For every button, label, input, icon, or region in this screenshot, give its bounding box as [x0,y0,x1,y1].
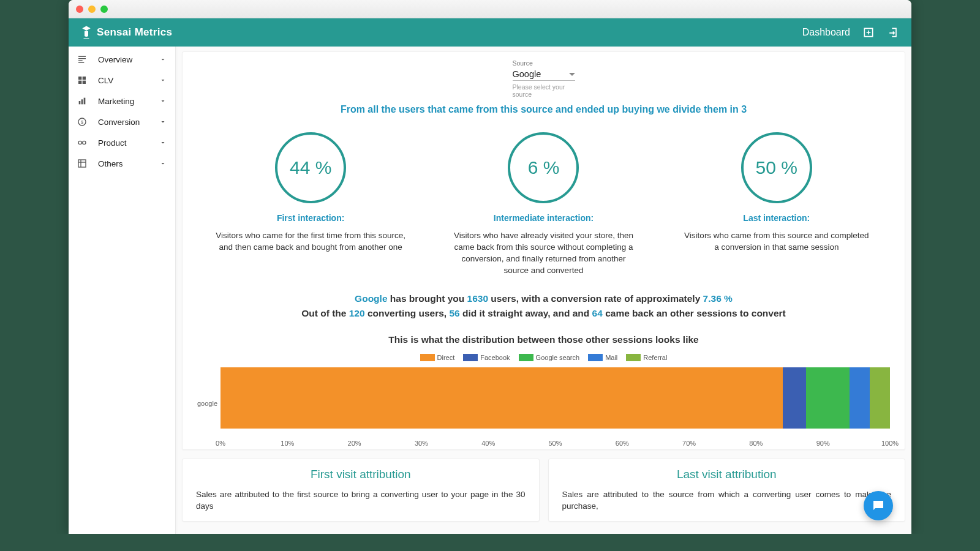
svg-rect-8 [79,101,81,104]
x-tick-label: 0% [216,440,225,447]
summary-straight: 56 [449,308,459,318]
svg-text:$: $ [81,119,83,125]
source-field-label: Source [513,59,533,67]
bar-segment [783,367,806,429]
sidebar-item-overview[interactable]: Overview [69,49,175,70]
svg-rect-7 [83,81,86,84]
bar-segment [806,367,850,429]
metric-value: 44 % [290,157,331,178]
source-select[interactable]: Google [513,67,575,81]
x-tick-label: 80% [749,440,763,447]
svg-rect-9 [81,99,83,104]
sidebar-item-label: Others [98,159,123,168]
svg-rect-5 [83,77,86,80]
sensai-icon [81,26,92,39]
legend-item[interactable]: Mail [588,354,617,361]
dashboard-link[interactable]: Dashboard [802,27,850,38]
chevron-down-icon [159,77,167,84]
metric-last-interaction: 50 % Last interaction: Visitors who came… [663,132,890,277]
sidebar-item-marketing[interactable]: Marketing [69,91,175,111]
metric-title: Intermediate interaction: [494,213,594,223]
metric-title: Last interaction: [743,213,810,223]
x-tick-label: 100% [881,440,899,447]
chat-icon [871,498,886,513]
legend-item[interactable]: Google search [519,354,580,361]
card-body: Sales are attributed to the source from … [562,489,892,512]
chevron-down-icon [159,160,167,167]
source-selected-value: Google [513,69,541,79]
window-minimize-icon[interactable] [88,6,96,13]
legend-label: Mail [605,354,617,361]
metric-desc: Visitors who came for the first time fro… [216,230,405,253]
summary-rate: 7.36 % [703,293,733,304]
x-tick-label: 70% [682,440,696,447]
svg-rect-4 [78,77,81,80]
sidebar-item-conversion[interactable]: $Conversion [69,111,175,132]
legend-swatch-icon [463,354,478,361]
card-title: First visit attribution [196,468,526,481]
sidebar-item-label: Overview [98,55,132,64]
app-header: Sensai Metrics Dashboard [69,18,911,47]
add-widget-icon[interactable] [862,26,875,39]
svg-rect-3 [78,62,84,63]
marketing-icon [77,96,87,106]
x-tick-label: 10% [281,440,294,447]
metric-value: 50 % [756,157,797,178]
summary-converting: 120 [349,308,365,318]
summary-cameback: 64 [592,308,603,318]
legend-label: Facebook [480,354,510,361]
summary-text: Google has brought you 1630 users, with … [197,291,890,321]
svg-rect-10 [84,98,86,105]
sidebar-item-label: CLV [98,76,113,85]
x-tick-label: 40% [481,440,495,447]
legend-item[interactable]: Direct [420,354,455,361]
sidebar-item-label: Conversion [98,118,140,127]
summary-users: 1630 [467,293,488,304]
first-visit-attribution-card: First visit attribution Sales are attrib… [182,459,540,522]
sidebar-item-label: Marketing [98,97,134,106]
legend-swatch-icon [420,354,435,361]
svg-point-14 [83,141,86,144]
bar-segment [221,367,783,429]
sidebar: Overview CLV Marketing $Conversion Produ… [69,47,176,534]
svg-rect-6 [78,81,81,84]
legend-item[interactable]: Facebook [463,354,510,361]
svg-rect-15 [78,160,86,167]
chat-button[interactable] [864,491,893,520]
brand-logo[interactable]: Sensai Metrics [81,26,172,39]
metric-desc: Visitors who came from this source and c… [682,230,872,253]
legend-swatch-icon [519,354,533,361]
window-maximize-icon[interactable] [100,6,108,13]
bar-segment [850,367,870,429]
legend-swatch-icon [588,354,603,361]
metric-value: 6 % [528,157,560,178]
metric-desc: Visitors who have already visited your s… [448,230,638,277]
overview-icon [77,54,87,64]
metric-intermediate-interaction: 6 % Intermediate interaction: Visitors w… [430,132,657,277]
svg-rect-0 [78,56,86,57]
legend-label: Referral [643,354,667,361]
product-icon [77,138,87,148]
x-tick-label: 20% [348,440,361,447]
legend-label: Google search [536,354,580,361]
distribution-subhead: This is what the distribution between th… [197,334,890,345]
legend-item[interactable]: Referral [626,354,667,361]
conversion-icon: $ [77,117,87,127]
metric-title: First interaction: [277,213,344,223]
card-title: Last visit attribution [562,468,892,481]
last-visit-attribution-card: Last visit attribution Sales are attribu… [548,459,906,522]
sidebar-item-clv[interactable]: CLV [69,70,175,91]
card-body: Sales are attributed to the first source… [196,489,526,512]
chevron-down-icon [159,56,167,63]
metrics-row: 44 % First interaction: Visitors who cam… [197,132,890,277]
summary-source: Google [355,293,387,304]
logout-icon[interactable] [887,26,899,39]
window-close-icon[interactable] [76,6,83,13]
bar-segment [870,367,890,429]
sidebar-item-others[interactable]: Others [69,153,175,174]
source-help-text: Please select your source [513,83,575,98]
sidebar-item-product[interactable]: Product [69,132,175,153]
x-tick-label: 30% [415,440,428,447]
distribution-chart: DirectFacebookGoogle searchMailReferral … [197,354,890,440]
svg-point-13 [78,141,81,144]
